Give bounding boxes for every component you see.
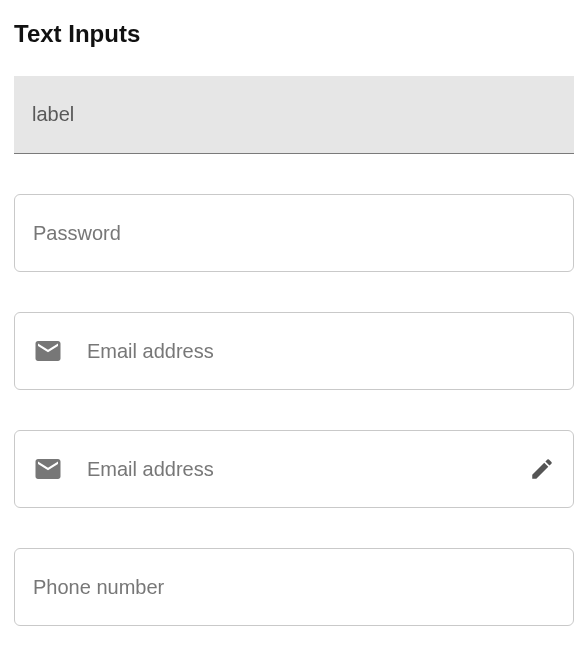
- page-title: Text Inputs: [14, 20, 574, 48]
- label-input[interactable]: [32, 76, 556, 153]
- phone-input[interactable]: [33, 549, 555, 625]
- email-editable-input[interactable]: [87, 431, 529, 507]
- password-input[interactable]: [33, 195, 555, 271]
- email-field-container[interactable]: [14, 312, 574, 390]
- email-editable-field-container[interactable]: [14, 430, 574, 508]
- password-field-container[interactable]: [14, 194, 574, 272]
- label-field-container[interactable]: [14, 76, 574, 154]
- edit-icon[interactable]: [529, 456, 555, 482]
- email-icon: [33, 336, 63, 366]
- phone-field-container[interactable]: [14, 548, 574, 626]
- email-icon: [33, 454, 63, 484]
- email-input[interactable]: [87, 313, 555, 389]
